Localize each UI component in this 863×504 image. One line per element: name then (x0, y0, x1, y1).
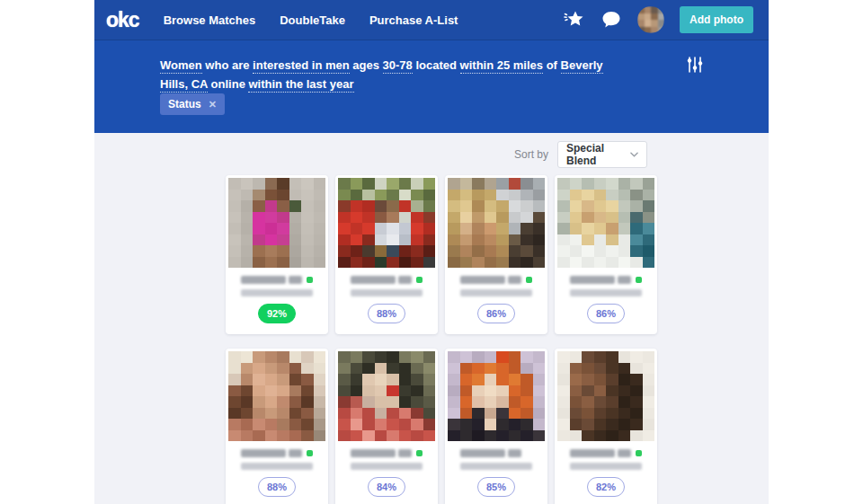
sort-by-label: Sort by (514, 148, 548, 161)
sort-select-dropdown[interactable]: Special Blend (557, 141, 647, 168)
blurred-name (460, 449, 505, 457)
match-percentage-pill: 86% (477, 304, 515, 323)
chip-close-icon[interactable]: ✕ (209, 99, 217, 111)
nav-links: Browse MatchesDoubleTakePurchase A-List (164, 13, 458, 27)
profile-avatar[interactable] (637, 6, 664, 33)
nav-item-browse-matches[interactable]: Browse Matches (164, 13, 256, 27)
filter-sentence: Women who are interested in men ages 30-… (160, 56, 618, 93)
match-identity (335, 276, 438, 296)
match-identity (555, 276, 657, 296)
blurred-age (398, 449, 412, 457)
match-card[interactable]: 88% (335, 175, 438, 334)
match-percentage-pill: 88% (258, 477, 296, 497)
match-identity (226, 449, 328, 470)
match-photo (448, 351, 545, 441)
blurred-age (289, 449, 302, 457)
match-photo (557, 351, 654, 441)
filter-criterion[interactable]: within the last year (248, 77, 353, 93)
blurred-location (351, 463, 423, 470)
match-percentage-pill: 88% (368, 304, 405, 323)
online-dot (416, 450, 423, 456)
online-dot (307, 277, 313, 283)
match-percentage-pill: 86% (587, 304, 625, 323)
nav-right: Add photo (564, 6, 769, 33)
match-name-row (570, 449, 642, 457)
match-card[interactable]: 84% (335, 349, 438, 504)
match-identity (335, 449, 438, 470)
blurred-name (351, 276, 396, 284)
match-name-row (241, 449, 313, 457)
match-name-row (460, 449, 532, 457)
blurred-location (570, 289, 642, 296)
okc-logo[interactable]: okc (106, 8, 139, 32)
match-identity (445, 276, 547, 296)
messages-icon[interactable] (601, 9, 622, 31)
blurred-age (618, 276, 631, 284)
sort-selected-value: Special Blend (566, 142, 630, 167)
filter-chip-status[interactable]: Status ✕ (160, 93, 225, 115)
match-photo (338, 351, 435, 441)
match-percentage-pill: 85% (477, 477, 515, 497)
nav-item-doubletake[interactable]: DoubleTake (280, 13, 345, 27)
blurred-age (508, 276, 521, 284)
filter-criterion[interactable]: interested in men (253, 58, 350, 74)
nav-item-purchase-a-list[interactable]: Purchase A-List (369, 13, 458, 27)
match-grid: 92% 88% 86% (226, 175, 657, 504)
match-photo (448, 178, 545, 268)
match-photo (338, 178, 435, 268)
filter-chip-label: Status (168, 98, 201, 111)
match-photo (557, 178, 654, 268)
blurred-location (570, 463, 642, 470)
filter-sliders-icon[interactable] (682, 52, 707, 77)
filter-text: of (543, 58, 561, 72)
match-card[interactable]: 86% (555, 175, 657, 334)
filter-criterion[interactable]: Women (160, 58, 202, 74)
match-name-row (351, 276, 423, 284)
filter-criterion[interactable]: 30-78 (383, 58, 413, 74)
filter-text: online (208, 77, 249, 91)
match-identity (555, 449, 657, 470)
avatar-photo (637, 6, 664, 33)
top-nav: okc Browse MatchesDoubleTakePurchase A-L… (94, 0, 769, 40)
online-dot (526, 277, 532, 283)
match-card[interactable]: 85% (445, 349, 547, 504)
match-card[interactable]: 86% (445, 175, 547, 334)
filter-text: who are (202, 58, 253, 72)
online-dot (636, 450, 642, 456)
match-card[interactable]: 82% (555, 349, 657, 504)
blurred-location (241, 289, 313, 296)
filter-criterion[interactable]: within 25 miles (460, 58, 543, 74)
match-percentage-pill: 92% (258, 304, 296, 323)
match-results-area: Sort by Special Blend 92% (94, 133, 769, 504)
filter-text: ages (350, 58, 383, 72)
match-percentage-pill: 84% (368, 477, 405, 497)
blurred-location (460, 463, 532, 470)
match-identity (226, 276, 328, 296)
match-name-row (460, 276, 532, 284)
match-name-row (570, 276, 642, 284)
chevron-down-icon (630, 152, 638, 157)
match-name-row (241, 276, 313, 284)
match-name-row (351, 449, 423, 457)
match-card[interactable]: 92% (226, 175, 328, 334)
filter-text: located (413, 58, 460, 72)
okcupid-app: okc Browse MatchesDoubleTakePurchase A-L… (94, 0, 769, 504)
match-card[interactable]: 88% (226, 349, 328, 504)
add-photo-button[interactable]: Add photo (680, 6, 753, 33)
blurred-age (289, 276, 302, 284)
sort-row: Sort by Special Blend (514, 141, 647, 168)
blurred-name (351, 449, 396, 457)
blurred-name (241, 449, 286, 457)
match-percentage-pill: 82% (587, 477, 625, 497)
online-dot (307, 450, 313, 456)
blurred-name (460, 276, 505, 284)
blurred-location (351, 289, 423, 296)
blurred-location (241, 463, 313, 470)
blurred-age (508, 449, 521, 457)
likes-star-icon[interactable] (564, 9, 585, 31)
nav-left: okc Browse MatchesDoubleTakePurchase A-L… (94, 8, 458, 32)
match-photo (228, 178, 325, 268)
blurred-name (570, 449, 615, 457)
blurred-name (241, 276, 286, 284)
blurred-age (618, 449, 631, 457)
